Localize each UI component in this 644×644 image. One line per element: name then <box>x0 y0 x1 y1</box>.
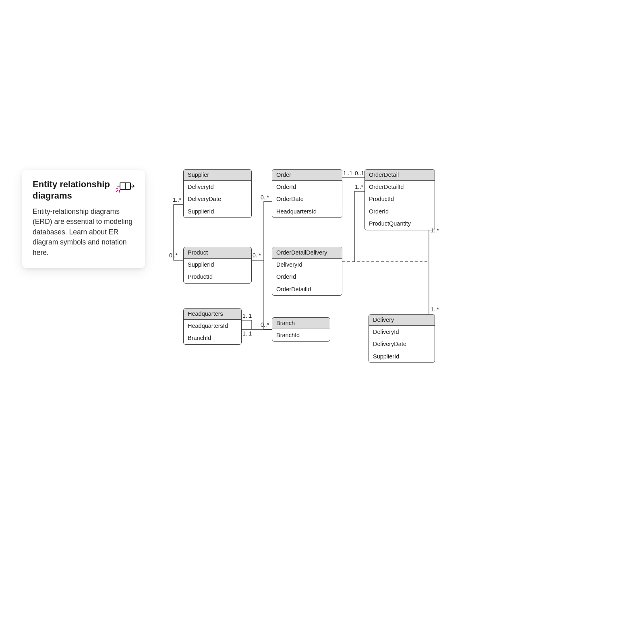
entity-attr: HeadquartersId <box>272 205 342 217</box>
multiplicity: 0..* <box>253 252 261 259</box>
multiplicity: 1..* <box>173 197 181 203</box>
entity-header: OrderDetailDelivery <box>272 247 342 259</box>
multiplicity: 1..1 <box>242 330 252 337</box>
card-body: Entity-relationship diagrams (ERD) are e… <box>33 207 135 258</box>
multiplicity: 0..* <box>169 252 178 259</box>
entity-supplier[interactable]: Supplier DeliveryId DeliveryDate Supplie… <box>183 169 252 218</box>
erd-icon <box>116 180 135 194</box>
entity-attr: ProductId <box>365 193 435 205</box>
entity-headquarters[interactable]: Headquarters HeadquartersId BranchId <box>183 308 242 345</box>
er-diagram: Supplier DeliveryId DeliveryDate Supplie… <box>167 161 449 387</box>
entity-attr: OrderDate <box>272 193 342 205</box>
multiplicity: 0..* <box>261 321 269 328</box>
entity-attr: BranchId <box>272 329 330 341</box>
entity-header: OrderDetail <box>365 170 435 181</box>
multiplicity: 0..* <box>261 194 269 201</box>
multiplicity: 1..1 <box>242 313 252 319</box>
entity-attr: DeliveryDate <box>369 338 435 350</box>
svg-line-4 <box>116 190 118 192</box>
entity-header: Branch <box>272 318 330 329</box>
svg-line-5 <box>119 191 120 193</box>
entity-attr: ProductQuantity <box>365 217 435 230</box>
entity-attr: OrderDetailId <box>272 283 342 295</box>
entity-attr: SupplierId <box>184 259 251 271</box>
entity-attr: HeadquartersId <box>184 320 241 332</box>
entity-attr: SupplierId <box>184 205 251 217</box>
entity-attr: DeliveryId <box>184 181 251 193</box>
svg-line-6 <box>116 188 117 189</box>
entity-attr: DeliveryDate <box>184 193 251 205</box>
info-card: Entity relationship diagrams Entity-rela… <box>22 170 145 268</box>
entity-orderdetail[interactable]: OrderDetail OrderDetailId ProductId Orde… <box>364 169 435 230</box>
multiplicity: 1..1 <box>343 170 352 176</box>
entity-attr: ProductId <box>184 271 251 283</box>
entity-attr: BranchId <box>184 332 241 344</box>
entity-header: Delivery <box>369 315 435 326</box>
multiplicity: 0..1 <box>355 170 364 176</box>
entity-attr: DeliveryId <box>369 326 435 338</box>
entity-attr: OrderDetailId <box>365 181 435 193</box>
entity-orderdetaildelivery[interactable]: OrderDetailDelivery DeliveryId OrderId O… <box>272 247 342 296</box>
entity-header: Headquarters <box>184 309 241 320</box>
multiplicity: 1..* <box>431 306 439 313</box>
entity-branch[interactable]: Branch BranchId <box>272 317 330 342</box>
entity-header: Supplier <box>184 170 251 181</box>
entity-attr: OrderId <box>365 205 435 217</box>
multiplicity: 1..* <box>431 227 439 234</box>
entity-attr: OrderId <box>272 181 342 193</box>
card-title: Entity relationship diagrams <box>33 179 110 201</box>
entity-delivery[interactable]: Delivery DeliveryId DeliveryDate Supplie… <box>369 314 435 363</box>
entity-product[interactable]: Product SupplierId ProductId <box>183 247 252 284</box>
entity-order[interactable]: Order OrderId OrderDate HeadquartersId <box>272 169 342 218</box>
entity-attr: SupplierId <box>369 350 435 362</box>
entity-header: Product <box>184 247 251 259</box>
entity-header: Order <box>272 170 342 181</box>
entity-attr: OrderId <box>272 271 342 283</box>
entity-attr: DeliveryId <box>272 259 342 271</box>
multiplicity: 1..* <box>355 184 363 190</box>
